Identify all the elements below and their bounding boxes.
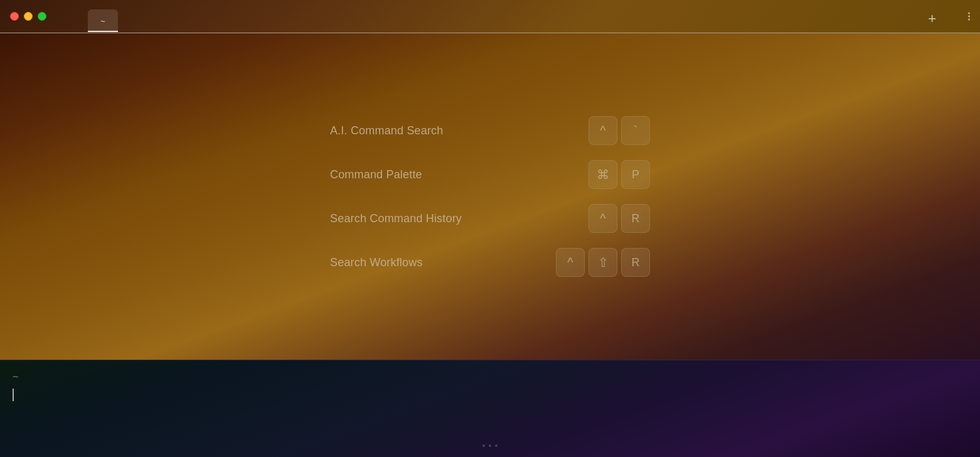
tab-bar: ~ [88, 9, 942, 32]
key-r: R [621, 204, 650, 233]
key-ctrl-3: ^ [556, 248, 585, 277]
close-button[interactable] [10, 12, 19, 21]
command-item-ai-search[interactable]: A.I. Command Search ^ ` [330, 111, 650, 150]
key-p: P [621, 160, 650, 189]
bottom-dot-1 [482, 444, 485, 447]
terminal-window: ~ + A.I. Command Search ^ ` Command Pale… [0, 0, 980, 457]
more-dot-1 [968, 12, 970, 14]
key-ctrl-2: ^ [589, 204, 617, 233]
maximize-button[interactable] [38, 12, 46, 21]
key-r-2: R [621, 248, 650, 277]
bottom-dots-container [482, 444, 498, 447]
more-dot-3 [968, 18, 970, 20]
cursor-block [13, 389, 14, 401]
command-label-palette: Command Palette [330, 168, 506, 181]
traffic-lights [10, 12, 46, 21]
key-combo-palette: ⌘ P [589, 160, 650, 189]
more-menu-button[interactable] [968, 12, 970, 20]
command-label-history: Search Command History [330, 212, 506, 225]
key-combo-ai-search: ^ ` [589, 116, 650, 145]
key-combo-workflows: ^ ⇧ R [556, 248, 650, 277]
prompt-line: ~ [13, 370, 967, 382]
command-label-workflows: Search Workflows [330, 256, 506, 269]
terminal-lower: ~ [0, 360, 980, 457]
command-item-palette[interactable]: Command Palette ⌘ P [330, 155, 650, 194]
key-combo-history: ^ R [589, 204, 650, 233]
terminal-upper: A.I. Command Search ^ ` Command Palette … [0, 33, 980, 360]
command-item-history[interactable]: Search Command History ^ R [330, 199, 650, 238]
more-dot-2 [968, 15, 970, 17]
key-backtick: ` [621, 116, 650, 145]
new-tab-button[interactable]: + [928, 12, 936, 26]
command-menu: A.I. Command Search ^ ` Command Palette … [305, 99, 675, 294]
key-cmd: ⌘ [589, 160, 617, 189]
key-shift: ⇧ [589, 248, 617, 277]
command-label-ai-search: A.I. Command Search [330, 124, 506, 137]
prompt-symbol: ~ [13, 370, 19, 382]
bottom-dot-2 [489, 444, 491, 447]
command-item-workflows[interactable]: Search Workflows ^ ⇧ R [330, 243, 650, 282]
tab-home[interactable]: ~ [88, 9, 118, 32]
key-ctrl: ^ [589, 116, 617, 145]
minimize-button[interactable] [24, 12, 33, 21]
cursor-line[interactable] [13, 389, 967, 401]
title-bar: ~ + [0, 0, 980, 33]
bottom-dot-3 [495, 444, 498, 447]
terminal-lower-content: ~ [0, 360, 980, 457]
tab-home-label: ~ [100, 16, 105, 26]
